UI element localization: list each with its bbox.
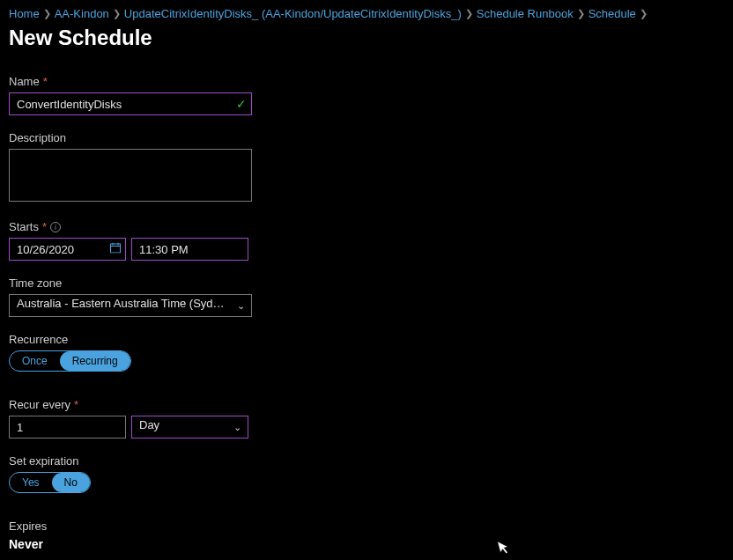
field-recur-every: Recur every * Day ⌄: [9, 398, 724, 438]
starts-label: Starts * i: [9, 220, 724, 233]
breadcrumb-home[interactable]: Home: [9, 7, 40, 20]
recurrence-label: Recurrence: [9, 333, 724, 346]
required-icon: *: [43, 75, 48, 88]
expires-label: Expires: [9, 519, 724, 533]
name-label-text: Name: [9, 75, 40, 88]
page-title: New Schedule: [9, 26, 724, 50]
breadcrumb: Home ❯ AA-Kindon ❯ UpdateCitrixIdentityD…: [9, 7, 724, 20]
required-icon: *: [74, 398, 78, 411]
chevron-right-icon: ❯: [577, 8, 585, 19]
field-starts: Starts * i: [9, 220, 724, 261]
chevron-right-icon: ❯: [640, 8, 648, 19]
timezone-select[interactable]: Australia - Eastern Australia Time (Sydn…: [9, 294, 252, 317]
description-input[interactable]: [9, 149, 252, 202]
timezone-label: Time zone: [9, 276, 724, 290]
info-icon[interactable]: i: [50, 222, 61, 232]
breadcrumb-schedule[interactable]: Schedule: [589, 7, 636, 20]
name-input[interactable]: [9, 92, 252, 115]
breadcrumb-update-citrix[interactable]: UpdateCitrixIdentityDisks_ (AA-Kindon/Up…: [124, 7, 462, 20]
description-label: Description: [9, 131, 724, 144]
field-timezone: Time zone Australia - Eastern Australia …: [9, 276, 724, 317]
recur-count-input[interactable]: [9, 416, 126, 438]
recur-every-label: Recur every *: [9, 398, 724, 411]
field-set-expiration: Set expiration Yes No: [9, 454, 724, 493]
start-date-input[interactable]: [9, 238, 126, 261]
field-description: Description: [9, 131, 724, 204]
breadcrumb-schedule-runbook[interactable]: Schedule Runbook: [477, 7, 574, 20]
expiration-toggle: Yes No: [9, 472, 91, 493]
recur-every-label-text: Recur every: [9, 398, 70, 411]
name-label: Name *: [9, 75, 724, 88]
expires-value: Never: [9, 537, 724, 551]
field-recurrence: Recurrence Once Recurring: [9, 333, 724, 372]
start-time-input[interactable]: [131, 238, 248, 261]
recurrence-recurring[interactable]: Recurring: [60, 351, 130, 371]
breadcrumb-aa-kindon[interactable]: AA-Kindon: [55, 7, 109, 20]
chevron-right-icon: ❯: [465, 8, 473, 19]
field-expires: Expires Never: [9, 519, 724, 551]
expiration-yes[interactable]: Yes: [10, 473, 52, 492]
set-expiration-label: Set expiration: [9, 454, 724, 468]
starts-label-text: Starts: [9, 220, 39, 233]
expiration-no[interactable]: No: [52, 473, 90, 492]
recur-unit-select[interactable]: Day: [131, 416, 248, 438]
recurrence-once[interactable]: Once: [10, 351, 60, 371]
recurrence-toggle: Once Recurring: [9, 350, 131, 372]
field-name: Name * ✓: [9, 75, 724, 115]
chevron-right-icon: ❯: [113, 8, 121, 19]
required-icon: *: [42, 220, 47, 233]
chevron-right-icon: ❯: [43, 8, 51, 19]
